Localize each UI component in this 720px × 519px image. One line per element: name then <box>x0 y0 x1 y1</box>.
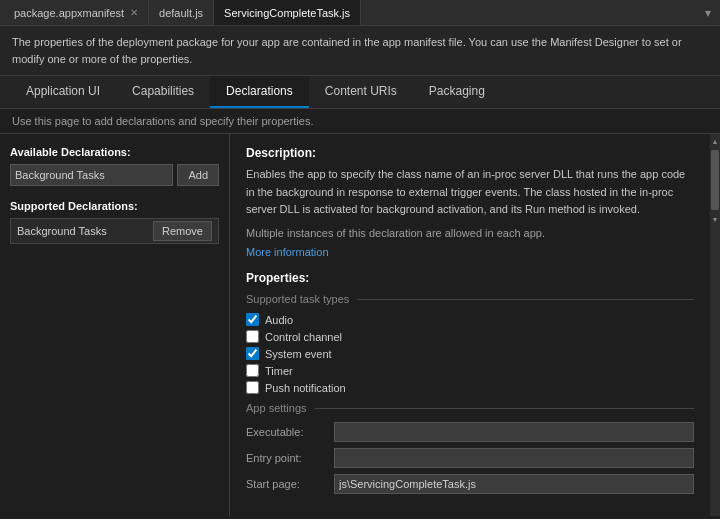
tab-application-ui-label: Application UI <box>26 84 100 98</box>
system-event-checkbox[interactable] <box>246 347 259 360</box>
checkbox-system-event: System event <box>246 347 694 360</box>
remove-button[interactable]: Remove <box>153 221 212 241</box>
description-text: Enables the app to specify the class nam… <box>246 166 694 219</box>
description-title: Description: <box>246 146 694 160</box>
push-notification-label: Push notification <box>265 382 346 394</box>
executable-label: Executable: <box>246 426 326 438</box>
left-panel: Available Declarations: Background Tasks… <box>0 134 230 516</box>
scroll-down-arrow[interactable]: ▼ <box>710 212 720 226</box>
executable-input[interactable] <box>334 422 694 442</box>
available-declarations-dropdown[interactable]: Background Tasks <box>10 164 173 186</box>
scrollbar: ▲ ▼ <box>710 134 720 516</box>
tab-declarations[interactable]: Declarations <box>210 76 309 108</box>
page-hint: Use this page to add declarations and sp… <box>0 109 720 134</box>
more-info-link[interactable]: More information <box>246 246 329 258</box>
audio-checkbox[interactable] <box>246 313 259 326</box>
checkbox-timer: Timer <box>246 364 694 377</box>
description-secondary: Multiple instances of this declaration a… <box>246 225 694 242</box>
info-bar-text: The properties of the deployment package… <box>12 36 682 65</box>
start-page-row: Start page: <box>246 474 694 494</box>
audio-label: Audio <box>265 314 293 326</box>
properties-title: Properties: <box>246 271 694 285</box>
tab-application-ui[interactable]: Application UI <box>10 76 116 108</box>
checkbox-audio: Audio <box>246 313 694 326</box>
start-page-label: Start page: <box>246 478 326 490</box>
timer-checkbox[interactable] <box>246 364 259 377</box>
tab-default[interactable]: default.js <box>149 0 214 25</box>
control-channel-label: Control channel <box>265 331 342 343</box>
entry-point-input[interactable] <box>334 448 694 468</box>
tab-declarations-label: Declarations <box>226 84 293 98</box>
main-tabs: Application UI Capabilities Declarations… <box>0 76 720 109</box>
entry-point-label: Entry point: <box>246 452 326 464</box>
executable-row: Executable: <box>246 422 694 442</box>
available-dropdown-row: Background Tasks Add <box>10 164 219 186</box>
push-notification-checkbox[interactable] <box>246 381 259 394</box>
tab-package-label: package.appxmanifest <box>14 7 124 19</box>
supported-declarations-label: Supported Declarations: <box>10 200 219 212</box>
timer-label: Timer <box>265 365 293 377</box>
system-event-label: System event <box>265 348 332 360</box>
tab-content-uris-label: Content URIs <box>325 84 397 98</box>
tab-packaging-label: Packaging <box>429 84 485 98</box>
scroll-thumb[interactable] <box>711 150 719 210</box>
tab-servicing-label: ServicingCompleteTask.js <box>224 7 350 19</box>
available-declarations-label: Available Declarations: <box>10 146 219 158</box>
app-settings-divider: App settings <box>246 402 694 414</box>
add-button[interactable]: Add <box>177 164 219 186</box>
tab-package[interactable]: package.appxmanifest ✕ <box>4 0 149 25</box>
info-bar: The properties of the deployment package… <box>0 26 720 76</box>
supported-item-background-tasks: Background Tasks Remove <box>10 218 219 244</box>
tab-package-close[interactable]: ✕ <box>130 7 138 18</box>
task-types-divider: Supported task types <box>246 293 694 305</box>
tab-capabilities[interactable]: Capabilities <box>116 76 210 108</box>
tab-bar: package.appxmanifest ✕ default.js Servic… <box>0 0 720 26</box>
checkbox-control-channel: Control channel <box>246 330 694 343</box>
control-channel-checkbox[interactable] <box>246 330 259 343</box>
app-settings-label: App settings <box>246 402 307 414</box>
start-page-input[interactable] <box>334 474 694 494</box>
right-panel: Description: Enables the app to specify … <box>230 134 710 516</box>
tab-content-uris[interactable]: Content URIs <box>309 76 413 108</box>
checkbox-push-notification: Push notification <box>246 381 694 394</box>
tab-servicing[interactable]: ServicingCompleteTask.js <box>214 0 361 25</box>
task-types-label: Supported task types <box>246 293 349 305</box>
scroll-up-arrow[interactable]: ▲ <box>710 134 720 148</box>
tab-capabilities-label: Capabilities <box>132 84 194 98</box>
tab-dropdown-arrow[interactable]: ▾ <box>700 0 716 26</box>
supported-item-label: Background Tasks <box>17 225 153 237</box>
content-area: Available Declarations: Background Tasks… <box>0 134 720 516</box>
tab-default-label: default.js <box>159 7 203 19</box>
page-hint-text: Use this page to add declarations and sp… <box>12 115 313 127</box>
tab-packaging[interactable]: Packaging <box>413 76 501 108</box>
entry-point-row: Entry point: <box>246 448 694 468</box>
